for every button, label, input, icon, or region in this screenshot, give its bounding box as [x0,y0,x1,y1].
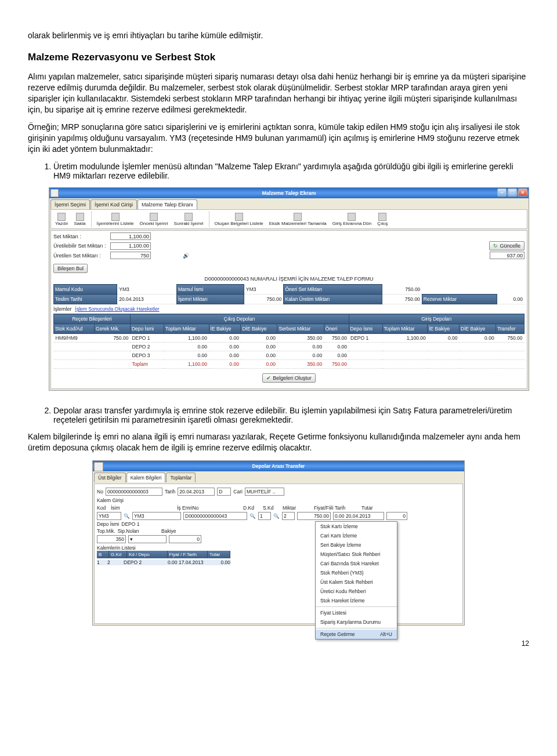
tab-ust-bilgiler[interactable]: Üst Bilgiler [94,472,126,482]
value-no: 000000000000003 [106,488,162,496]
input-kod[interactable]: YM3 [97,512,121,520]
guncelle-button[interactable]: ↻Güncelle [489,241,525,250]
tool-eksik[interactable]: Eksik Malzemeleri Tamamla [267,212,328,227]
minimize-button[interactable]: – [497,188,507,197]
maximize-button[interactable]: □ [508,188,517,197]
para-1: Alımı yapılan malzemeler, satıcı sipariş… [28,71,529,115]
label-depo-ismi: Depo İsmi [97,521,119,527]
value-tarih: 20.04.2013 [178,488,215,496]
val-mamul-kodu: YM3 [117,285,177,295]
th-teslim: Teslim Tarihi [54,295,117,304]
tab-kalem-bilgileri[interactable]: Kalem Bilgileri [126,472,166,482]
tool-sonraki[interactable]: Sonraki İşemri [172,212,205,227]
window-title: Malzeme Talep Ekranı [262,190,316,196]
col-gm: Gerek Mik. [95,324,131,334]
menu-item[interactable]: Stok Kartı İzleme [316,522,397,531]
close-button[interactable]: × [518,188,527,197]
label-skd: S.Kd [263,505,280,511]
input-urt-mik[interactable]: 750 [110,252,151,259]
tool-sakla[interactable]: Sakla [73,212,88,227]
list-item-1: Üretim modulunde İşlemler menüsü altında… [53,162,529,180]
menu-item[interactable]: Cari Kartı İzleme [316,531,397,540]
table-row[interactable]: HM9/HM9750.00 DEPO 11,100.000.000.00350.… [54,334,525,343]
col-on: Öneri [324,324,349,334]
menu-item[interactable]: Üst Kalem Stok Rehberi [316,577,397,587]
dropdown-sip[interactable]: ▾ [128,535,167,543]
label-kalemlerin-listesi: Kalemlerin Listesi [97,545,460,551]
window-title-2: Depolar Arası Transfer [252,463,305,469]
tool-onceki[interactable]: Önceki İşemri [138,212,170,227]
page-number: 12 [28,639,529,648]
menu-item[interactable]: Seri Bakiye İzleme [316,540,397,550]
col-tr: Transfer [496,324,525,334]
tab-toplamlar[interactable]: Toplamlar [166,472,196,482]
menu-item[interactable]: Stok Rehberi (YM3) [316,568,397,577]
th-oneri-set: Öneri Set Miktarı [284,285,382,295]
col-kd: Kd / Depo [127,551,168,558]
section-heading: Malzeme Rezervasyonu ve Serbest Stok [28,52,529,63]
menu-item[interactable]: Üretici Kodu Rehberi [316,587,397,596]
label-dkd: D.Kd [243,505,261,511]
val-iemik: 750.00 [244,295,284,304]
col-b: B [97,551,109,558]
window-icon [50,189,59,197]
tab-isemri-kod[interactable]: İşemri Kod Girişi [91,199,137,209]
spin-icon[interactable]: 🔊 [155,252,190,259]
table-row-total: Toplam1,100.000.000.00350.00750.00 [54,360,525,369]
table-row[interactable]: DEPO 20.000.000.000.000.00 [54,343,525,351]
bilesen-bul-button[interactable]: Bileşen Bul [53,264,88,273]
input-dkd[interactable]: 1 [258,512,271,520]
label-isim: İsim [111,505,175,511]
val-teslim: 20.04.2013 [117,295,177,304]
table-row[interactable]: DEPO 30.000.000.000.000.00 [54,351,525,360]
tool-listele[interactable]: İşemirlerini Listele [95,212,136,227]
menu-item[interactable]: Cari Bazında Stok Hareket [316,559,397,568]
menu-item[interactable]: Stok Hareket İzleme [316,596,397,605]
col-die: DİE Bakiye [241,324,277,334]
val-rezerve: 0.00 [497,295,525,304]
intro-text: olarak belirlenmiş ve iş emri ihtiyaçlar… [28,30,529,41]
tab-malzeme-talep[interactable]: Malzeme Talep Ekranı [138,199,197,209]
tool-giris[interactable]: Giriş Ekranına Dön [331,212,374,227]
window-titlebar: Malzeme Talep Ekranı – □ × [49,188,529,198]
menu-item[interactable]: Müşteri/Satıcı Stok Rehberi [316,550,397,559]
tool-cikis[interactable]: Çıkış [375,212,389,227]
label-miktar: Miktar [283,505,312,511]
menu-item-selected[interactable]: Reçete Getirme Alt+U [316,630,397,639]
label-kalem-girisi: Kalem Girişi [97,497,460,504]
th-mamul-kodu: Mamul Kodu [54,285,117,295]
context-menu: Stok Kartı İzleme Cari Kartı İzleme Seri… [315,521,397,639]
input-ien[interactable]: D00000000000043 [183,512,247,520]
menu-item[interactable]: Fiyat Listesi [316,608,397,617]
table-row[interactable]: 1 2 DEPO 2 0.00 17.04.2013 0.00 [97,559,230,565]
window-icon [94,462,103,471]
th-mamul-ismi: Mamul İsmi [176,285,244,295]
tool-yazdir[interactable]: Yazdır [53,212,70,227]
label-tarih: Tarih [165,489,175,495]
label-urt-set: Üretilebilir Set Miktarı : [53,243,107,249]
input-isim[interactable]: YM3 [132,512,181,520]
input-fiyat[interactable]: 0.00 20.04.2013 [333,512,384,520]
input-skd[interactable]: 2 [282,512,295,520]
tab-isemri-secimi[interactable]: İşemri Seçimi [50,199,90,209]
label-sip-no: Sip.Noları [118,528,139,534]
value-yuzde: 937.00 [490,252,525,259]
col-ie: İE Bakiye [209,324,241,334]
tool-olusan[interactable]: Oluşan Belgeleri Listele [213,212,265,227]
value-set-miktar: 1,100.00 [110,232,151,240]
th-kalan: Kalan Üretim Miktarı [284,295,382,304]
label-no: No [97,489,103,495]
label-islemler: İşlemler [53,306,72,312]
window-titlebar-2: Depolar Arası Transfer [93,461,464,471]
list-item-2: Depolar arası transfer yardımıyla iş emr… [53,406,529,424]
gh-cikis: Çıkış Depoları [130,314,349,324]
input-tutar[interactable]: 0 [386,512,407,520]
menu-item[interactable]: Sipariş Karşılanma Durumu [316,617,397,627]
col-gtm: Toplam Miktar [382,324,428,334]
value-muh: MUHTELİF .. [245,488,284,496]
input-miktar[interactable]: 750.00 [297,512,331,520]
belgeleri-olustur-button[interactable]: ✔Belgeleri Oluştur [262,373,316,383]
value-depo-ismi: DEPO 1 [121,521,139,527]
label-top-mik: Top.Mik. [97,528,115,534]
link-islem-sonucu[interactable]: İşlem Sonucunda Oluşacak Hareketler [75,306,160,312]
